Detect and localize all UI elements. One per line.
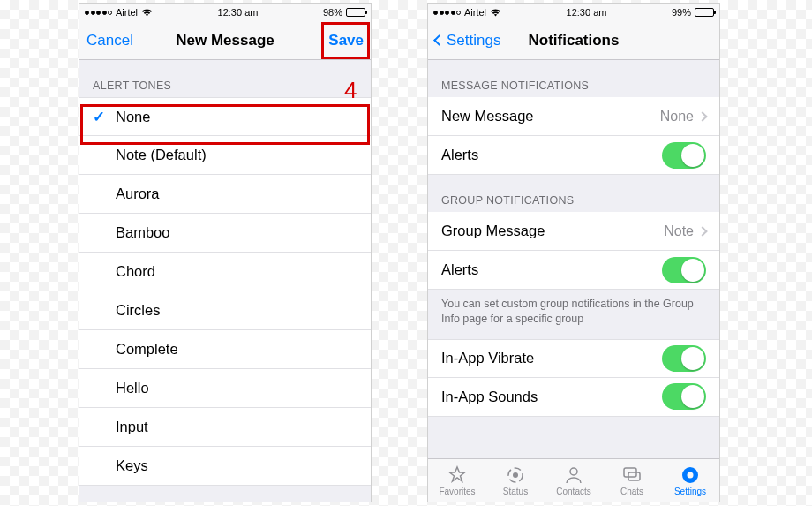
chevron-right-icon	[697, 111, 707, 121]
tone-label: Input	[116, 419, 148, 435]
cancel-button[interactable]: Cancel	[86, 32, 133, 49]
phone-left: Airtel 12:30 am 98% Cancel New Message S…	[79, 3, 372, 502]
tone-list: ✓ None Note (Default) Aurora Bamboo Chor…	[79, 97, 371, 486]
row-value: Note	[664, 223, 694, 239]
tone-row-hello[interactable]: Hello	[79, 369, 371, 408]
tone-row-input[interactable]: Input	[79, 408, 371, 447]
toggle-switch[interactable]	[662, 345, 706, 372]
annotation-number: 4	[344, 77, 357, 104]
row-label: New Message	[441, 108, 534, 125]
battery-pct-label: 98%	[323, 7, 342, 18]
tab-status[interactable]: Status	[486, 459, 545, 502]
status-bar: Airtel 12:30 am 98%	[79, 4, 371, 21]
tab-label: Contacts	[556, 487, 590, 496]
tone-label: Hello	[116, 380, 149, 396]
tone-row-none[interactable]: ✓ None	[79, 97, 371, 136]
tone-row-aurora[interactable]: Aurora	[79, 175, 371, 214]
tone-label: Circles	[116, 302, 160, 319]
checkmark-icon: ✓	[93, 108, 116, 126]
battery-icon	[695, 8, 714, 17]
status-bar: Airtel 12:30 am 99%	[428, 4, 719, 21]
tab-label: Settings	[674, 487, 706, 496]
toggle-switch[interactable]	[662, 142, 706, 169]
battery-pct-label: 99%	[672, 7, 691, 18]
row-inapp-vibrate[interactable]: In-App Vibrate	[428, 339, 719, 378]
svg-point-0	[513, 472, 518, 478]
row-value: None	[660, 109, 694, 125]
tone-label: Keys	[116, 457, 148, 474]
tab-label: Chats	[620, 487, 643, 496]
tab-label: Status	[503, 487, 528, 496]
toggle-switch[interactable]	[662, 257, 706, 283]
tone-label: Chord	[116, 263, 155, 280]
row-label: Alerts	[441, 261, 478, 278]
row-inapp-sounds[interactable]: In-App Sounds	[428, 378, 719, 417]
row-new-message[interactable]: New Message None	[428, 97, 719, 136]
tone-label: Note (Default)	[116, 147, 207, 163]
tab-chats[interactable]: Chats	[603, 459, 661, 502]
tone-label: Bamboo	[116, 224, 169, 241]
contact-icon	[563, 464, 584, 486]
star-icon	[447, 464, 468, 486]
toggle-switch[interactable]	[662, 383, 706, 410]
section-footer-note: You can set custom group notifications i…	[428, 290, 719, 339]
row-label: Alerts	[441, 147, 478, 163]
gear-icon	[680, 464, 701, 486]
battery-icon	[346, 8, 365, 17]
tab-settings[interactable]: Settings	[661, 459, 719, 502]
back-button[interactable]: Settings	[435, 32, 500, 49]
tone-label: Aurora	[116, 185, 160, 202]
chevron-right-icon	[697, 226, 707, 236]
tone-row-chord[interactable]: Chord	[79, 253, 371, 291]
wifi-icon	[490, 8, 501, 17]
clock-label: 12:30 am	[218, 7, 259, 18]
save-button[interactable]: Save	[328, 32, 364, 49]
tone-label: None	[116, 109, 150, 125]
tone-row-bamboo[interactable]: Bamboo	[79, 214, 371, 253]
section-header-group-notifications: GROUP NOTIFICATIONS	[428, 175, 719, 212]
carrier-label: Airtel	[464, 7, 486, 18]
row-label: In-App Sounds	[441, 389, 538, 405]
tone-row-complete[interactable]: Complete	[79, 330, 371, 369]
row-message-alerts[interactable]: Alerts	[428, 136, 719, 175]
section-header-message-notifications: MESSAGE NOTIFICATIONS	[428, 60, 719, 97]
tone-row-note[interactable]: Note (Default)	[79, 136, 371, 175]
wifi-icon	[141, 8, 153, 17]
clock-label: 12:30 am	[567, 7, 607, 18]
row-label: In-App Vibrate	[441, 350, 534, 366]
section-header-alert-tones: ALERT TONES	[79, 60, 371, 97]
row-group-message[interactable]: Group Message Note	[428, 212, 719, 251]
back-label: Settings	[447, 32, 500, 49]
nav-bar: Cancel New Message Save	[79, 21, 371, 60]
status-icon	[505, 464, 526, 486]
svg-point-6	[688, 472, 694, 479]
tone-row-keys[interactable]: Keys	[79, 447, 371, 486]
chevron-back-icon	[433, 34, 445, 46]
tab-favorites[interactable]: Favorites	[428, 459, 486, 502]
carrier-label: Airtel	[116, 7, 138, 18]
tab-label: Favorites	[439, 487, 475, 496]
svg-point-2	[570, 468, 577, 475]
chat-icon	[621, 464, 643, 486]
signal-dots-icon	[433, 11, 461, 15]
signal-dots-icon	[85, 11, 112, 15]
phone-right: Airtel 12:30 am 99% Settings Notificatio…	[427, 3, 720, 502]
tone-row-circles[interactable]: Circles	[79, 291, 371, 330]
tab-contacts[interactable]: Contacts	[545, 459, 603, 502]
nav-bar: Settings Notifications	[428, 21, 719, 60]
tab-bar: Favorites Status Contacts Chats Settings	[428, 458, 719, 502]
row-label: Group Message	[441, 223, 545, 239]
row-group-alerts[interactable]: Alerts	[428, 251, 719, 290]
tone-label: Complete	[116, 341, 178, 358]
